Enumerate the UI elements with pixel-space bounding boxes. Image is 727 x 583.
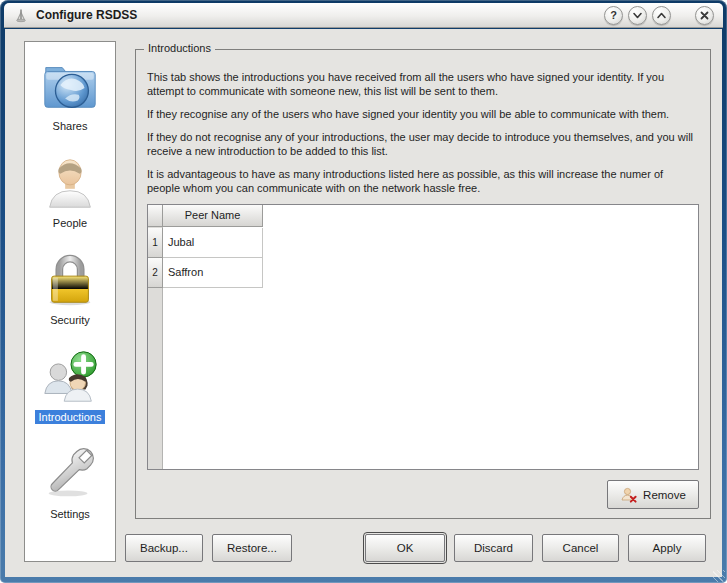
introductions-table[interactable]: Peer Name 1 Jubal 2 Saffron (147, 204, 699, 470)
intro-paragraph-1: This tab shows the introductions you hav… (147, 70, 699, 98)
sidebar-item-security[interactable]: Security (25, 236, 115, 333)
shares-folder-globe-icon (39, 55, 101, 117)
antenna-icon (13, 7, 29, 23)
help-button[interactable]: ? (604, 6, 623, 25)
person-icon (39, 152, 101, 214)
window-title: Configure RSDSS (36, 8, 137, 22)
wrench-icon (39, 443, 101, 505)
groupbox-title: Introductions (144, 42, 215, 54)
sidebar: Shares People (24, 41, 116, 562)
unshade-button[interactable] (652, 6, 671, 25)
sidebar-item-people[interactable]: People (25, 139, 115, 236)
intro-paragraph-4: It is advantageous to have as many intro… (147, 167, 699, 195)
table-cell-peer-name[interactable]: Saffron (163, 258, 263, 288)
resize-grip[interactable] (713, 570, 725, 582)
close-button[interactable] (695, 6, 714, 25)
table-corner-cell (148, 205, 163, 227)
sidebar-item-shares[interactable]: Shares (25, 42, 115, 139)
column-header-peer-name[interactable]: Peer Name (163, 205, 263, 227)
apply-button[interactable]: Apply (628, 534, 706, 562)
chevron-up-icon (656, 10, 667, 21)
footer-buttonbar: Backup... Restore... OK Discard Cancel A… (5, 534, 722, 562)
chevron-down-icon (632, 10, 643, 21)
cancel-button[interactable]: Cancel (542, 534, 619, 562)
row-number[interactable]: 2 (148, 258, 163, 288)
shade-button[interactable] (628, 6, 647, 25)
configure-rsdss-window: Configure RSDSS ? (0, 0, 727, 583)
sidebar-item-introductions[interactable]: Introductions (25, 333, 115, 430)
sidebar-item-settings[interactable]: Settings (25, 430, 115, 527)
discard-button[interactable]: Discard (454, 534, 533, 562)
intro-paragraph-2: If they recognise any of the users who h… (147, 107, 699, 121)
titlebar[interactable]: Configure RSDSS ? (4, 3, 723, 28)
padlock-icon (39, 249, 101, 311)
sidebar-item-label: Security (46, 313, 94, 327)
remove-person-icon (620, 486, 638, 504)
sidebar-item-label: Settings (46, 507, 94, 521)
table-cell-peer-name[interactable]: Jubal (163, 228, 263, 258)
backup-button[interactable]: Backup... (125, 534, 203, 562)
close-icon (699, 10, 710, 21)
intro-paragraph-3: If they do not recognise any of your int… (147, 130, 699, 158)
remove-button-label: Remove (643, 489, 686, 501)
sidebar-item-label: Introductions (35, 410, 106, 424)
restore-button[interactable]: Restore... (212, 534, 292, 562)
remove-button[interactable]: Remove (607, 480, 699, 509)
client-area: Shares People (5, 29, 722, 577)
sidebar-item-label: Shares (49, 119, 92, 133)
ok-button[interactable]: OK (365, 534, 445, 562)
people-add-icon (39, 346, 101, 408)
sidebar-item-label: People (49, 216, 91, 230)
row-number[interactable]: 1 (148, 228, 163, 258)
introductions-groupbox: Introductions This tab shows the introdu… (135, 49, 711, 519)
